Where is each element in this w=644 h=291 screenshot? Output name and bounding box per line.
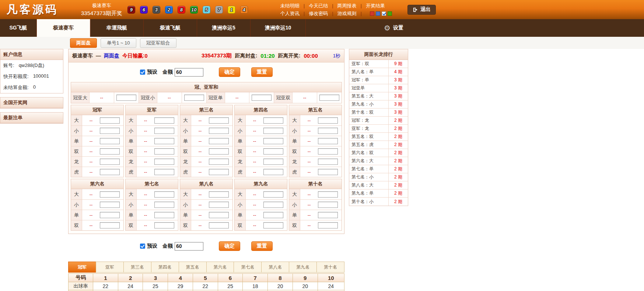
bet-amount-input[interactable] [263, 117, 283, 124]
subtab-2[interactable]: 单号1 ~ 10 [101, 38, 136, 48]
bet-amount-input[interactable] [263, 191, 283, 198]
bet-amount-input[interactable] [209, 222, 229, 228]
theme-checkbox[interactable] [382, 11, 386, 16]
header-link-3[interactable]: 游戏规则 [337, 10, 357, 17]
bet-amount-input[interactable] [263, 159, 283, 165]
red-theme[interactable] [370, 11, 374, 16]
position-tab-10[interactable]: 第十名 [316, 262, 344, 273]
bet-amount-input[interactable] [318, 191, 338, 198]
confirm-button[interactable]: 确定 [219, 241, 240, 251]
position-tab-9[interactable]: 第九名 [289, 262, 317, 273]
bet-amount-input[interactable] [209, 202, 229, 208]
bet-amount-input[interactable] [209, 212, 229, 218]
position-tab-4[interactable]: 第四名 [151, 262, 179, 273]
position-tab-3[interactable]: 第三名 [123, 262, 151, 273]
bet-amount-input[interactable] [209, 159, 229, 165]
header-link-2[interactable]: 修改密码 [309, 10, 328, 17]
amount-input[interactable] [175, 68, 203, 77]
nav-tab-3[interactable]: 幸運飛艇 [90, 19, 144, 37]
lottery-sites-title[interactable]: 全国开奖网 [0, 97, 63, 108]
bet-amount-input[interactable] [209, 128, 229, 134]
bet-amount-input[interactable] [252, 95, 272, 101]
nav-tab-2[interactable]: 极速赛车 [37, 19, 90, 37]
reset-button[interactable]: 重置 [251, 241, 273, 251]
position-tab-6[interactable]: 第六名 [206, 262, 234, 273]
bet-amount-input[interactable] [100, 169, 120, 175]
bet-amount-input[interactable] [209, 148, 229, 155]
subtab-3[interactable]: 冠亚军组合 [140, 38, 176, 48]
winloss-value: 0 [145, 53, 148, 59]
bet-amount-input[interactable] [100, 202, 120, 208]
bet-amount-input[interactable] [154, 117, 174, 124]
bet-amount-input[interactable] [263, 148, 283, 155]
bet-amount-input[interactable] [209, 138, 229, 144]
confirm-button[interactable]: 确定 [219, 67, 240, 77]
preset-checkbox[interactable] [140, 244, 145, 249]
bet-amount-input[interactable] [154, 159, 174, 165]
bet-amount-input[interactable] [263, 212, 283, 218]
latest-bets-title[interactable]: 最新注单 [0, 113, 63, 123]
bet-amount-input[interactable] [318, 212, 338, 218]
header-link-1[interactable]: 未结明细 [280, 2, 300, 10]
position-tab-2[interactable]: 亚军 [96, 262, 124, 273]
bet-amount-input[interactable] [263, 128, 283, 134]
position-tab-7[interactable]: 第七名 [234, 262, 262, 273]
nav-tab-6[interactable]: 澳洲幸运10 [251, 19, 306, 37]
nav-tab-1[interactable]: SG飞艇 [0, 19, 37, 37]
position-tab-8[interactable]: 第八名 [261, 262, 289, 273]
bet-amount-input[interactable] [154, 191, 174, 198]
bet-amount-input[interactable] [209, 169, 229, 175]
bet-amount-input[interactable] [263, 169, 283, 175]
preset-checkbox[interactable] [140, 70, 145, 75]
amount-input[interactable] [175, 242, 203, 251]
bet-amount-input[interactable] [318, 117, 338, 124]
bet-amount-input[interactable] [319, 95, 339, 101]
bet-amount-input[interactable] [154, 148, 174, 155]
subtab-1[interactable]: 两面盘 [70, 38, 97, 48]
bet-amount-input[interactable] [263, 138, 283, 144]
bet-amount-input[interactable] [209, 191, 229, 198]
header-link-2[interactable]: 今天已结 [309, 2, 328, 10]
nav-tab-5[interactable]: 澳洲幸运5 [197, 19, 251, 37]
logout-button[interactable]: 退出 [407, 5, 436, 15]
header-link-1[interactable]: 个人资讯 [280, 10, 300, 17]
bet-amount-input[interactable] [154, 212, 174, 218]
bet-amount-input[interactable] [209, 117, 229, 124]
bet-amount-input[interactable] [318, 138, 338, 144]
bet-amount-input[interactable] [100, 159, 120, 165]
bet-amount-input[interactable] [100, 191, 120, 198]
bet-amount-input[interactable] [154, 222, 174, 228]
bet-amount-input[interactable] [154, 138, 174, 144]
bet-amount-input[interactable] [318, 148, 338, 155]
bet-amount-input[interactable] [154, 128, 174, 134]
bet-amount-input[interactable] [100, 117, 120, 124]
reset-button[interactable]: 重置 [251, 67, 273, 77]
bet-amount-input[interactable] [116, 95, 136, 101]
bet-amount-input[interactable] [100, 138, 120, 144]
bet-amount-input[interactable] [318, 202, 338, 208]
bet-amount-input[interactable] [184, 95, 204, 101]
bet-amount-input[interactable] [100, 222, 120, 228]
stats-rate-cell: 24 [118, 282, 143, 290]
bet-amount-input[interactable] [154, 169, 174, 175]
bet-amount-input[interactable] [263, 202, 283, 208]
header-link-4[interactable]: 开奖结果 [366, 2, 385, 10]
blue-theme[interactable] [376, 11, 380, 16]
bet-amount-input[interactable] [154, 202, 174, 208]
bet-odds: -- [246, 192, 263, 197]
position-tab-1[interactable]: 冠军 [68, 262, 96, 273]
header-link-3[interactable]: 两周报表 [337, 2, 357, 10]
bet-amount-input[interactable] [100, 212, 120, 218]
green-theme[interactable] [388, 11, 392, 16]
bet-amount-input[interactable] [100, 148, 120, 155]
bet-amount-input[interactable] [318, 128, 338, 134]
bet-amount-input[interactable] [263, 222, 283, 228]
bet-amount-input[interactable] [318, 159, 338, 165]
bet-amount-input[interactable] [100, 128, 120, 134]
bet-amount-input[interactable] [318, 222, 338, 228]
nav-tab-4[interactable]: 极速飞艇 [144, 19, 197, 37]
bet-input-cell [318, 191, 342, 198]
position-tab-5[interactable]: 第五名 [179, 262, 207, 273]
settings-button[interactable]: ⚙ 设置 [384, 19, 403, 37]
bet-amount-input[interactable] [318, 169, 338, 175]
